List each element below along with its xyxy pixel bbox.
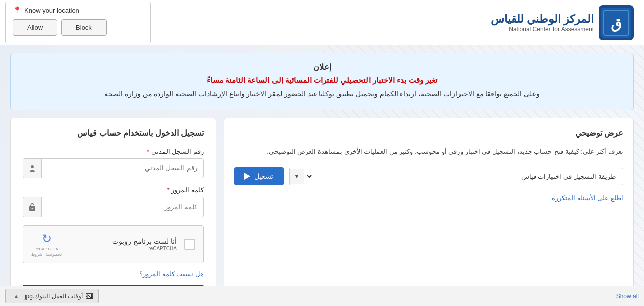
recaptcha-sub-text: reCAPTCHA [35, 247, 58, 251]
faq-link[interactable]: اطلع على الأسئلة المتكررة [234, 194, 623, 202]
download-chevron-icon[interactable]: ▲ [11, 291, 22, 301]
main-header: المركز الوطني للقياس National Center for… [491, 0, 644, 45]
id-input-wrap [23, 158, 204, 178]
file-name: أوقات العمل البنوك.jpg [25, 293, 83, 300]
captcha-text-area: أنا لست برنامج روبوت reCAPTCHA [69, 237, 177, 251]
video-select-wrap: طريقة التسجيل في اختبارات قياس ▼ [289, 168, 623, 185]
login-panel-title: تسجيل الدخول باستخدام حساب قياس [23, 128, 204, 138]
captcha-checkbox[interactable] [184, 239, 195, 250]
svg-text:ق: ق [611, 16, 622, 32]
location-permission-bar: 📍 Know your location Allow Block المركز … [0, 0, 644, 45]
location-header: 📍 Know your location [13, 6, 143, 14]
dropdown-arrow-icon: ▼ [289, 169, 304, 184]
demo-panel-title: عرض توضيحي [234, 128, 623, 138]
block-button[interactable]: Block [61, 19, 107, 36]
id-input[interactable] [42, 159, 203, 177]
demo-panel: عرض توضيحي تعرف أكثر على: كيفية فتح حساب… [224, 118, 634, 306]
location-buttons: Allow Block [13, 19, 143, 36]
logo-english-name: National Center for Assessment [491, 26, 594, 33]
location-popup: 📍 Know your location Allow Block [5, 2, 151, 43]
id-form-group: رقم السجل المدني * [23, 148, 204, 178]
two-column-layout: عرض توضيحي تعرف أكثر على: كيفية فتح حساب… [10, 118, 634, 306]
logo-area: المركز الوطني للقياس National Center for… [491, 5, 634, 40]
password-input-wrap [23, 197, 204, 217]
demo-description: تعرف أكثر على: كيفية فتح حساب جديد، التس… [234, 146, 623, 157]
password-input[interactable] [42, 198, 203, 216]
id-icon [23, 159, 42, 178]
recaptcha-privacy: الخصوصية - شروط [31, 252, 62, 257]
play-icon [244, 173, 250, 180]
captcha-main-text: أنا لست برنامج روبوت [112, 237, 177, 245]
announcement-title: إعلان [21, 62, 623, 72]
password-label: كلمة المرور * [23, 186, 204, 194]
recaptcha-icon: ↻ [42, 232, 52, 246]
logo-arabic-name: المركز الوطني للقياس [491, 13, 594, 26]
show-all-link[interactable]: Show all [616, 293, 639, 300]
play-button-label: تشغيل [254, 172, 273, 180]
allow-button[interactable]: Allow [13, 19, 57, 36]
logo-image: ق [599, 5, 634, 40]
bottom-bar: 🖼 أوقات العمل البنوك.jpg ▲ Show all [0, 286, 644, 306]
captcha-wrap: أنا لست برنامج روبوت reCAPTCHA ↻ reCAPTC… [23, 225, 204, 263]
password-form-group: كلمة المرور * [23, 186, 204, 217]
location-label: Know your location [24, 7, 79, 14]
password-icon [23, 197, 42, 217]
forgot-password-link[interactable]: هل نسيت كلمة المرور؟ [23, 270, 204, 278]
captcha-brand: reCAPTCHA [69, 246, 177, 251]
login-panel: تسجيل الدخول باستخدام حساب قياس رقم السج… [10, 118, 216, 306]
id-label: رقم السجل المدني * [23, 148, 204, 155]
logo-text: المركز الوطني للقياس National Center for… [491, 13, 594, 33]
logo-symbol: ق [601, 8, 631, 38]
announcement-banner: إعلان تغير وقت بدء الاختبار التحصيلي للف… [10, 53, 634, 110]
location-icon: 📍 [13, 6, 21, 14]
announcement-subtitle: تغير وقت بدء الاختبار التحصيلي للفترات ا… [21, 76, 623, 85]
captcha-logo-area: ↻ reCAPTCHA الخصوصية - شروط [31, 232, 62, 257]
captcha-box: أنا لست برنامج روبوت reCAPTCHA ↻ reCAPTC… [23, 225, 204, 263]
video-select[interactable]: طريقة التسجيل في اختبارات قياس [306, 168, 623, 185]
main-content: إعلان تغير وقت بدء الاختبار التحصيلي للف… [0, 45, 644, 306]
play-button[interactable]: تشغيل [234, 167, 284, 185]
file-icon: 🖼 [86, 292, 93, 300]
announcement-body: وعلى الجميع توافقا مع الاحترازات الصحية،… [21, 89, 623, 100]
video-row: طريقة التسجيل في اختبارات قياس ▼ تشغيل [234, 167, 623, 185]
download-item[interactable]: 🖼 أوقات العمل البنوك.jpg ▲ [5, 289, 99, 303]
